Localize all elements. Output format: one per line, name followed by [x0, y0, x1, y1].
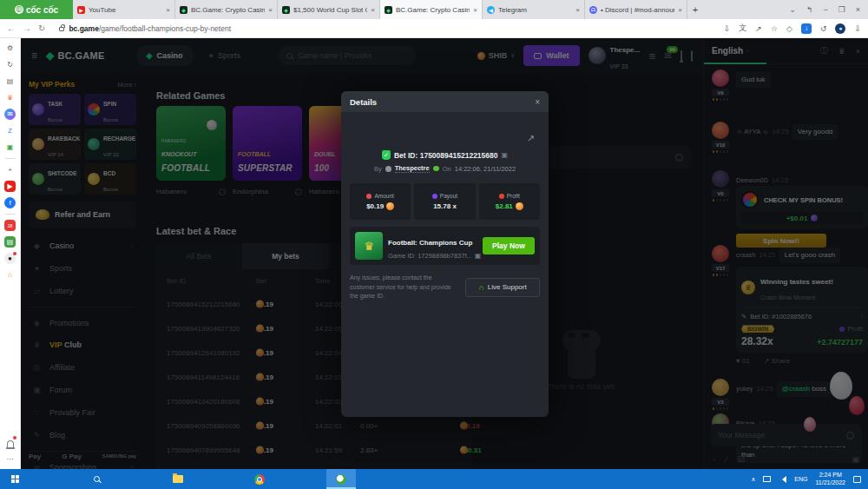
- close-modal-icon[interactable]: ×: [535, 97, 540, 107]
- youtube-shortcut-icon[interactable]: ▶: [4, 181, 16, 192]
- more-icon[interactable]: ⋯: [4, 453, 16, 465]
- tab-discord[interactable]: ᗣ• Discord | #mod-announc×: [585, 0, 687, 19]
- facebook-shortcut-icon[interactable]: f: [4, 197, 16, 208]
- game-thumbnail[interactable]: ♛: [355, 232, 383, 260]
- translate-icon[interactable]: 文: [739, 23, 746, 34]
- tab-youtube[interactable]: ▶YouTube×: [73, 0, 175, 19]
- settings-gear-icon[interactable]: ⚙: [4, 43, 16, 54]
- details-modal: Details × ↗ ✓ Bet ID: 175008941521221568…: [341, 91, 549, 417]
- download-active-icon[interactable]: ↓: [801, 23, 812, 34]
- football-shortcut-icon[interactable]: ●: [4, 253, 16, 264]
- amount-icon: [366, 194, 372, 199]
- cart-shortcut-icon[interactable]: ⌂: [4, 269, 16, 281]
- taskbar-clock[interactable]: 2:24 PM11/21/2022: [815, 472, 845, 487]
- tab-restore-icon[interactable]: ↰: [806, 5, 813, 14]
- bcgame-icon: ◆: [385, 6, 392, 14]
- stat-profit: Profit $2.81: [479, 183, 540, 220]
- hot-crown-icon[interactable]: ♛: [4, 92, 16, 103]
- chrome-icon[interactable]: [245, 469, 274, 489]
- file-explorer-icon[interactable]: [163, 469, 193, 489]
- brand-label: cốc cốc: [26, 5, 58, 15]
- coccoc-brand-button[interactable]: Ⓒcốc cốc: [0, 0, 73, 19]
- games-controller-icon[interactable]: ▣: [4, 142, 16, 153]
- tray-expand-icon[interactable]: ∧: [751, 476, 755, 483]
- adblock-shield-icon[interactable]: ◇: [786, 24, 792, 33]
- volume-icon[interactable]: [779, 476, 786, 483]
- copy-icon[interactable]: ▣: [502, 151, 509, 159]
- screen: Ⓒcốc cốc ▶YouTube× ◆BC.Game: Crypto Casi…: [0, 0, 868, 489]
- headset-icon: ∩: [478, 283, 484, 292]
- frog-badge-icon: [433, 166, 439, 171]
- calendar-shortcut-icon[interactable]: 28: [4, 220, 16, 231]
- url-field[interactable]: bc.game/game/football-champions-cup-by-n…: [52, 22, 716, 36]
- downloads-tray-icon[interactable]: ⇩: [854, 24, 861, 33]
- stat-payout: Payout 15.78 x: [414, 183, 475, 220]
- modal-header: Details ×: [341, 91, 549, 112]
- url-domain: bc.game: [69, 24, 99, 33]
- close-tab-icon[interactable]: ×: [575, 6, 580, 14]
- start-button[interactable]: [0, 469, 30, 489]
- bcgame-icon: ◆: [180, 6, 187, 14]
- verified-shield-icon: ✓: [382, 150, 391, 160]
- tab-bcgame-1[interactable]: ◆BC.Game: Crypto Casino Ga×: [175, 0, 278, 19]
- tab-worldcup[interactable]: ◆$1,500 World Cup Slot Chall×: [278, 0, 380, 19]
- close-window-button[interactable]: ×: [856, 5, 860, 14]
- new-tab-button[interactable]: +: [687, 4, 703, 15]
- telegram-icon: ◀: [487, 6, 495, 14]
- network-icon[interactable]: [763, 476, 771, 482]
- taskbar-search-icon[interactable]: [82, 469, 111, 489]
- windows-taskbar: ∧ ENG 2:24 PM11/21/2022: [0, 469, 868, 489]
- close-tab-icon[interactable]: ×: [678, 6, 682, 14]
- game-card: ♛ Football: Champions Cup Game ID: 17298…: [350, 227, 540, 265]
- support-note: Any issues, please contact the customer …: [350, 274, 458, 301]
- refresh-icon[interactable]: ↻: [38, 23, 45, 33]
- browser-addressbar: ← → ↻ bc.game/game/football-champions-cu…: [0, 19, 868, 38]
- coccoc-taskbar-icon[interactable]: [326, 469, 356, 489]
- minimize-button[interactable]: −: [823, 5, 827, 14]
- notes-shortcut-icon[interactable]: ▤: [4, 236, 16, 248]
- forward-icon[interactable]: →: [23, 23, 31, 33]
- reading-list-icon[interactable]: ▤: [4, 76, 16, 87]
- player-avatar-icon: [385, 166, 391, 172]
- tab-search-icon[interactable]: ⌄: [789, 5, 796, 14]
- messenger-icon[interactable]: ✉: [4, 109, 16, 120]
- notifications-bell-icon[interactable]: [4, 437, 16, 448]
- action-center-icon[interactable]: [853, 476, 861, 483]
- player-name[interactable]: Thespectre: [395, 164, 430, 173]
- divider: [5, 214, 16, 215]
- sync-icon[interactable]: ↺: [820, 24, 827, 33]
- input-language[interactable]: ENG: [794, 476, 807, 482]
- discord-icon: ᗣ: [589, 6, 597, 14]
- profile-avatar-icon[interactable]: ●: [835, 23, 845, 34]
- close-tab-icon[interactable]: ×: [268, 6, 273, 14]
- stat-amount: Amount $0.19: [350, 183, 411, 220]
- bookmark-star-icon[interactable]: ☆: [771, 24, 778, 33]
- save-page-icon[interactable]: ⇩: [724, 24, 731, 33]
- url-path: /game/football-champions-cup-by-netent: [99, 24, 231, 33]
- play-now-button[interactable]: Play Now: [483, 237, 535, 254]
- profit-icon: [499, 194, 504, 199]
- back-icon[interactable]: ←: [7, 23, 16, 33]
- close-tab-icon[interactable]: ×: [371, 6, 375, 14]
- share-page-icon[interactable]: ↗: [755, 24, 762, 33]
- live-support-button[interactable]: ∩Live Support: [465, 278, 540, 297]
- tab-bcgame-2-active[interactable]: ◆BC.Game: Crypto Casino Ga×: [380, 0, 483, 19]
- bet-id-line: ✓ Bet ID: 1750089415212215680 ▣: [341, 150, 549, 160]
- share-bet-icon[interactable]: ↗: [527, 133, 535, 144]
- copy-icon[interactable]: ▣: [475, 251, 482, 261]
- add-shortcut-icon[interactable]: +: [4, 164, 16, 175]
- shib-coin-icon: [516, 202, 523, 210]
- browser-edge-sidebar: ⚙ ↻ ▤ ♛ ✉ Z ▣ + ▶ f 28 ▤ ● ⌂ ⋯: [0, 38, 21, 469]
- close-tab-icon[interactable]: ×: [473, 6, 477, 14]
- game-id: Game ID: 17298898b7837f...▣: [388, 251, 477, 261]
- history-icon[interactable]: ↻: [4, 59, 16, 70]
- tab-telegram[interactable]: ◀Telegram×: [483, 0, 585, 19]
- divider: [5, 158, 16, 159]
- close-tab-icon[interactable]: ×: [166, 6, 170, 14]
- payout-icon: [432, 194, 437, 199]
- bcgame-icon: ◆: [282, 6, 290, 14]
- maximize-button[interactable]: ❐: [838, 5, 845, 14]
- zalo-icon[interactable]: Z: [4, 125, 16, 136]
- bet-byline: By Thespectre On 14:22:06, 21/11/2022: [341, 164, 549, 173]
- bet-stats: Amount $0.19 Payout 15.78 x Profit $2.81: [350, 183, 540, 220]
